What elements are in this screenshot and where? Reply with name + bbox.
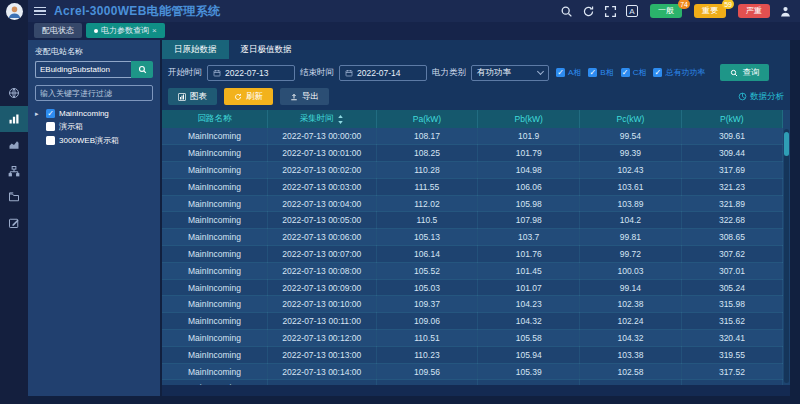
tab-daily-extreme-data[interactable]: 逐日极值数据 xyxy=(229,40,304,59)
nav-parameter-query-icon[interactable] xyxy=(0,106,28,132)
table-cell: 108.25 xyxy=(376,145,478,162)
nav-edit-icon[interactable] xyxy=(0,210,28,236)
table-cell: 99.54 xyxy=(580,128,682,145)
table-cell: 105.03 xyxy=(376,279,478,296)
fullscreen-icon[interactable] xyxy=(604,5,617,18)
tree-checkbox[interactable]: ✓ xyxy=(46,109,55,118)
window-tab-parameter-query[interactable]: 电力参数查询 × xyxy=(86,23,165,38)
table-row[interactable]: MainIncoming2022-07-13 00:14:00109.56105… xyxy=(162,363,783,380)
table-header-row: 回路名称 采集时间 Pa(kW) Pb(kW) Pc(kW) P(kW) xyxy=(162,110,783,128)
col-pa[interactable]: Pa(kW) xyxy=(376,110,478,128)
table-row[interactable]: MainIncoming2022-07-13 00:03:00111.55106… xyxy=(162,178,783,195)
window-tab-distribution-status[interactable]: 配电状态 xyxy=(34,23,82,38)
tree-filter-input[interactable] xyxy=(35,85,153,101)
alarm-badge[interactable]: 重要59 xyxy=(694,4,726,18)
user-icon[interactable] xyxy=(779,5,792,18)
phase-checkbox-label: B相 xyxy=(600,67,613,78)
col-pb[interactable]: Pb(kW) xyxy=(478,110,580,128)
alarm-badge[interactable]: 严重 xyxy=(738,4,770,18)
tab-daily-raw-data[interactable]: 日原始数据 xyxy=(162,40,229,59)
table-row[interactable]: MainIncoming2022-07-13 00:07:00106.14101… xyxy=(162,246,783,263)
data-analysis-link[interactable]: 数据分析 xyxy=(738,91,784,103)
close-tab-icon[interactable]: × xyxy=(152,26,157,35)
query-button[interactable]: 查询 xyxy=(720,64,769,81)
scrollbar-thumb[interactable] xyxy=(784,132,789,156)
chart-button[interactable]: 图表 xyxy=(168,88,217,105)
nav-trend-icon[interactable] xyxy=(0,132,28,158)
table-row[interactable]: MainIncoming2022-07-13 00:00:00108.17101… xyxy=(162,128,783,145)
tree-checkbox[interactable] xyxy=(46,136,55,145)
table-row[interactable]: MainIncoming2022-07-13 00:02:00110.28104… xyxy=(162,162,783,179)
phase-checkbox-label: 总有功功率 xyxy=(665,67,705,78)
phase-checkbox[interactable]: ✓C相 xyxy=(621,67,647,78)
table-cell: 102.38 xyxy=(580,296,682,313)
topbar: Acrel-3000WEB电能管理系统 A 一般74重要59严重 xyxy=(28,0,800,22)
topbar-actions: A 一般74重要59严重 xyxy=(560,4,792,18)
power-category-select[interactable]: 有功功率 xyxy=(471,65,549,81)
table-row[interactable]: MainIncoming2022-07-13 00:09:00105.03101… xyxy=(162,279,783,296)
search-icon[interactable] xyxy=(560,5,573,18)
nav-device-tree-icon[interactable] xyxy=(0,158,28,184)
refresh-button[interactable]: 刷新 xyxy=(224,88,273,105)
tree-node[interactable]: ▸✓MainIncoming xyxy=(35,109,153,118)
table-body: MainIncoming2022-07-13 00:00:00108.17101… xyxy=(162,128,783,385)
col-pc[interactable]: Pc(kW) xyxy=(580,110,682,128)
table-row[interactable]: MainIncoming2022-07-13 00:04:00112.02105… xyxy=(162,195,783,212)
table-row[interactable]: MainIncoming2022-07-13 00:11:00109.06104… xyxy=(162,313,783,330)
tree-caret-icon[interactable]: ▸ xyxy=(35,110,42,118)
table-cell: 308.65 xyxy=(681,229,782,246)
language-icon[interactable]: A xyxy=(626,5,638,17)
alarm-badge[interactable]: 一般74 xyxy=(650,4,682,18)
sort-icon[interactable] xyxy=(337,115,344,124)
nav-monitor-icon[interactable] xyxy=(0,80,28,106)
table-row[interactable]: MainIncoming2022-07-13 00:01:00108.25101… xyxy=(162,145,783,162)
col-p-total[interactable]: P(kW) xyxy=(681,110,782,128)
app-title: Acrel-3000WEB电能管理系统 xyxy=(54,3,220,20)
table-row[interactable]: MainIncoming2022-07-13 00:06:00105.13103… xyxy=(162,229,783,246)
search-icon xyxy=(138,65,147,74)
table-row[interactable]: MainIncoming2022-07-13 00:13:00110.23105… xyxy=(162,346,783,363)
tree-checkbox[interactable] xyxy=(46,122,55,131)
table-cell: MainIncoming xyxy=(162,145,267,162)
table-cell: 106.06 xyxy=(478,178,580,195)
table-scrollbar[interactable] xyxy=(784,129,789,383)
window-tab-label: 电力参数查询 xyxy=(101,25,149,36)
avatar[interactable] xyxy=(6,3,23,20)
left-rail xyxy=(0,0,28,404)
sync-icon[interactable] xyxy=(582,5,595,18)
end-date-picker[interactable]: 2022-07-14 xyxy=(339,65,427,81)
table-cell: 105.52 xyxy=(376,262,478,279)
tree-node[interactable]: 演示箱 xyxy=(35,121,153,132)
nav-report-icon[interactable] xyxy=(0,184,28,210)
table-row[interactable]: MainIncoming2022-07-13 00:12:00110.51105… xyxy=(162,330,783,347)
table-row[interactable]: MainIncoming2022-07-13 00:08:00105.52101… xyxy=(162,262,783,279)
col-collect-time[interactable]: 采集时间 xyxy=(267,110,376,128)
col-circuit-name[interactable]: 回路名称 xyxy=(162,110,267,128)
tree-node-label: MainIncoming xyxy=(59,109,109,118)
phase-checkbox[interactable]: ✓B相 xyxy=(588,67,613,78)
phase-checkbox[interactable]: ✓A相 xyxy=(556,67,581,78)
table-row[interactable]: MainIncoming2022-07-13 00:10:00109.37104… xyxy=(162,296,783,313)
table-row[interactable]: MainIncoming2022-07-13 00:15:00110.35105… xyxy=(162,380,783,385)
tree-node[interactable]: 3000WEB演示箱 xyxy=(35,135,153,146)
table-cell: 109.56 xyxy=(376,363,478,380)
chart-icon xyxy=(178,93,186,101)
table-cell: 110.28 xyxy=(376,162,478,179)
table-cell: 105.94 xyxy=(478,346,580,363)
phase-checkbox[interactable]: ✓总有功功率 xyxy=(653,67,705,78)
station-search-button[interactable] xyxy=(131,61,153,78)
table-cell: 307.01 xyxy=(681,262,782,279)
export-button[interactable]: 导出 xyxy=(280,88,329,105)
station-name-input[interactable] xyxy=(35,61,131,78)
table-cell: 102.43 xyxy=(580,162,682,179)
menu-hamburger-icon[interactable] xyxy=(34,7,46,16)
table-cell: 100.03 xyxy=(580,262,682,279)
query-button-label: 查询 xyxy=(742,67,759,79)
table-row[interactable]: MainIncoming2022-07-13 00:05:00110.5107.… xyxy=(162,212,783,229)
alarm-badge-label: 严重 xyxy=(746,6,762,15)
start-date-picker[interactable]: 2022-07-13 xyxy=(207,65,295,81)
table-cell: 105.64 xyxy=(478,380,580,385)
table-cell: 111.55 xyxy=(376,178,478,195)
table-cell: 2022-07-13 00:06:00 xyxy=(267,229,376,246)
table-cell: MainIncoming xyxy=(162,279,267,296)
